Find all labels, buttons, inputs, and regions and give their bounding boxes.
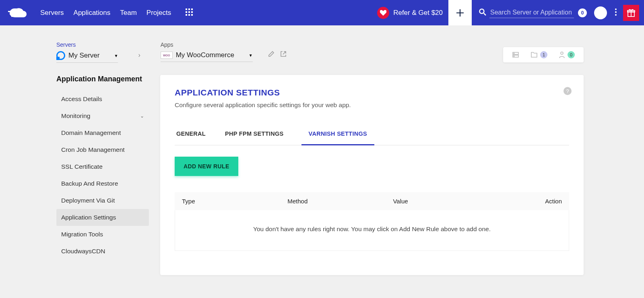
server-crumb: Servers My Server ▼ — [56, 41, 118, 63]
breadcrumb-row: Servers My Server ▼ › Apps WOO My WooCom… — [0, 25, 644, 63]
app-actions — [268, 51, 287, 63]
search-input[interactable] — [489, 7, 574, 18]
svg-rect-7 — [188, 11, 190, 13]
main-row: Application Management Access DetailsMon… — [0, 63, 644, 275]
col-type: Type — [182, 198, 287, 205]
sidebar-item-access-details[interactable]: Access Details — [56, 91, 149, 108]
digitalocean-icon — [56, 51, 65, 60]
svg-rect-0 — [8, 11, 14, 12]
table-header: Type Method Value Action — [175, 192, 569, 210]
caret-down-icon: ▼ — [249, 53, 253, 58]
nav-applications[interactable]: Applications — [74, 9, 111, 17]
apps-count: 1 — [540, 51, 547, 58]
panel-title: APPLICATION SETTINGS — [175, 88, 569, 97]
avatar[interactable] — [594, 6, 607, 19]
sidebar-item-domain-management[interactable]: Domain Management — [56, 124, 149, 141]
logo[interactable] — [7, 7, 31, 19]
settings-panel: ? APPLICATION SETTINGS Configure several… — [160, 75, 584, 275]
apps-label: Apps — [161, 41, 253, 48]
chevron-right-icon: › — [138, 52, 140, 63]
caret-down-icon: ▼ — [114, 54, 118, 58]
stat-apps[interactable]: 1 — [530, 51, 547, 58]
refer-label: Refer & Get $20 — [393, 9, 443, 17]
sidebar-item-label: Domain Management — [61, 129, 121, 137]
stat-users[interactable]: 0 — [559, 51, 575, 58]
svg-point-12 — [480, 9, 484, 13]
svg-rect-6 — [186, 11, 187, 13]
col-action: Action — [499, 198, 562, 205]
svg-point-13 — [615, 8, 617, 10]
sidebar-item-label: SSL Certificate — [61, 163, 103, 170]
sidebar-item-label: Backup And Restore — [61, 180, 118, 187]
sidebar-item-label: Cron Job Management — [61, 146, 125, 153]
stats-box: 1 0 — [503, 47, 584, 62]
sidebar-item-label: CloudwaysCDN — [61, 248, 105, 255]
sidebar-item-monitoring[interactable]: Monitoring⌄ — [56, 108, 149, 124]
stat-server[interactable] — [512, 51, 519, 58]
nav-servers[interactable]: Servers — [40, 9, 64, 17]
svg-rect-10 — [188, 14, 190, 16]
col-value: Value — [393, 198, 498, 205]
tab-varnish-settings[interactable]: VARNISH SETTINGS — [301, 126, 375, 145]
sidebar-item-label: Application Settings — [61, 214, 116, 221]
svg-rect-11 — [191, 14, 193, 16]
svg-rect-4 — [188, 8, 190, 10]
woocommerce-icon: WOO — [161, 52, 173, 59]
svg-rect-3 — [186, 8, 187, 10]
col-method: Method — [287, 198, 393, 205]
svg-rect-2 — [11, 16, 14, 17]
svg-rect-1 — [10, 13, 14, 14]
server-selector[interactable]: My Server ▼ — [56, 51, 118, 63]
apps-grid-icon[interactable] — [186, 8, 193, 17]
top-nav: Servers Applications Team Projects Refer… — [0, 0, 644, 25]
heart-icon — [377, 7, 389, 19]
sidebar-item-cron-job-management[interactable]: Cron Job Management — [56, 141, 149, 158]
panel-subtitle: Configure several application specific s… — [175, 101, 569, 109]
search-count-badge: 0 — [578, 8, 587, 17]
svg-point-21 — [514, 56, 514, 57]
sidebar-item-migration-tools[interactable]: Migration Tools — [56, 226, 149, 243]
sidebar-item-label: Monitoring — [61, 112, 90, 120]
sidebar-item-deployment-via-git[interactable]: Deployment Via Git — [56, 192, 149, 209]
app-selector[interactable]: WOO My WooCommerce ▼ — [161, 51, 253, 62]
svg-point-20 — [514, 53, 514, 54]
external-link-icon[interactable] — [280, 51, 287, 59]
sidebar-item-label: Deployment Via Git — [61, 197, 115, 204]
add-button[interactable] — [448, 0, 472, 25]
nav-links: Servers Applications Team Projects — [40, 9, 171, 17]
tab-general[interactable]: GENERAL — [175, 126, 207, 145]
sidebar-item-label: Migration Tools — [61, 231, 103, 238]
app-name: My WooCommerce — [176, 51, 234, 59]
edit-icon[interactable] — [268, 51, 275, 59]
sidebar-item-application-settings[interactable]: Application Settings — [56, 209, 149, 226]
gift-button[interactable] — [623, 5, 639, 21]
search-icon — [479, 8, 486, 17]
empty-state: You don't have any rules right now. You … — [175, 210, 569, 251]
search-wrap: 0 — [479, 7, 587, 18]
svg-point-22 — [561, 52, 563, 54]
kebab-menu-icon[interactable] — [613, 8, 619, 17]
svg-rect-8 — [191, 11, 193, 13]
sidebar-title: Application Management — [56, 75, 149, 83]
sidebar-item-ssl-certificate[interactable]: SSL Certificate — [56, 158, 149, 175]
users-count: 0 — [568, 51, 575, 58]
sidebar-item-backup-and-restore[interactable]: Backup And Restore — [56, 175, 149, 192]
help-icon[interactable]: ? — [564, 87, 572, 95]
svg-point-15 — [615, 14, 617, 16]
sidebar-item-cloudwayscdn[interactable]: CloudwaysCDN — [56, 243, 149, 260]
sidebar-item-label: Access Details — [61, 95, 102, 103]
servers-label: Servers — [56, 41, 118, 48]
app-crumb: Apps WOO My WooCommerce ▼ — [161, 41, 253, 63]
svg-rect-9 — [186, 14, 187, 16]
tabs: GENERALPHP FPM SETTINGSVARNISH SETTINGS — [175, 126, 569, 145]
svg-point-14 — [615, 11, 617, 13]
tab-php-fpm-settings[interactable]: PHP FPM SETTINGS — [223, 126, 285, 145]
server-name: My Server — [68, 52, 99, 60]
sidebar: Application Management Access DetailsMon… — [56, 75, 149, 275]
svg-rect-5 — [191, 8, 193, 10]
add-new-rule-button[interactable]: ADD NEW RULE — [175, 157, 238, 176]
chevron-down-icon: ⌄ — [140, 113, 144, 119]
nav-team[interactable]: Team — [120, 9, 137, 17]
refer-button[interactable]: Refer & Get $20 — [377, 7, 443, 19]
nav-projects[interactable]: Projects — [147, 9, 171, 17]
